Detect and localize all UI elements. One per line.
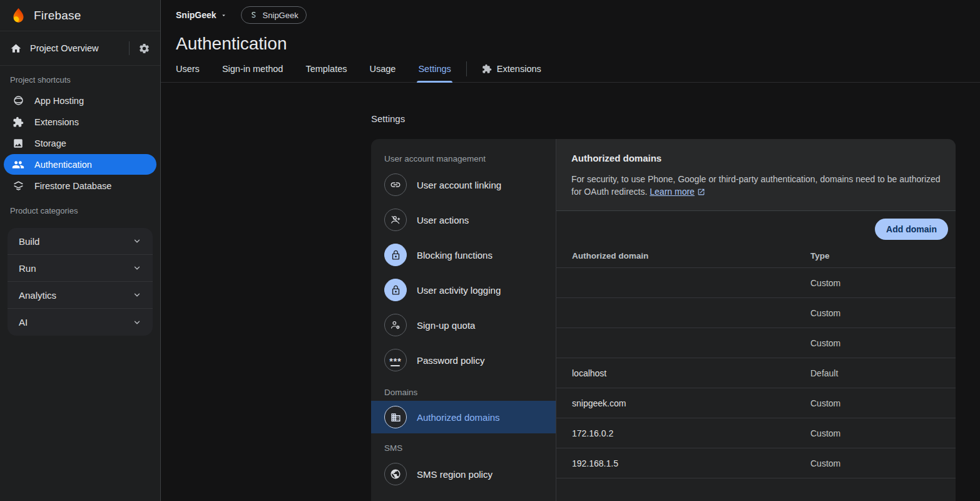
category-ai[interactable]: AI <box>8 309 153 336</box>
divider <box>129 41 130 55</box>
main-content: SnipGeek SnipGeek Authentication Users S… <box>161 0 980 501</box>
home-icon <box>10 43 22 54</box>
category-label: AI <box>19 317 28 328</box>
category-analytics[interactable]: Analytics <box>8 282 153 309</box>
chevron-down-icon <box>133 237 141 245</box>
menu-section-label: SMS <box>371 433 556 457</box>
tab-sign-in-method[interactable]: Sign-in method <box>222 55 283 83</box>
menu-item-label: User account linking <box>417 180 501 190</box>
add-domain-button[interactable]: Add domain <box>875 219 948 240</box>
menu-section-label: User account management <box>371 144 556 167</box>
caret-down-icon[interactable] <box>220 12 227 19</box>
link-icon <box>384 173 407 196</box>
type-cell: Custom <box>810 398 956 408</box>
column-header-type: Type <box>810 251 956 261</box>
sidebar-item-app-hosting[interactable]: App Hosting <box>4 90 156 111</box>
type-cell: Default <box>810 368 956 378</box>
panel-heading: Authorized domains <box>571 153 941 163</box>
tab-settings[interactable]: Settings <box>418 55 451 83</box>
tab-templates[interactable]: Templates <box>305 55 347 83</box>
menu-item-sms-region-policy[interactable]: SMS region policy <box>371 457 556 492</box>
tab-bar: Users Sign-in method Templates Usage Set… <box>161 55 980 83</box>
firebase-brand[interactable]: Firebase <box>0 0 160 31</box>
learn-more-link[interactable]: Learn more <box>650 187 695 197</box>
page-title: Authentication <box>161 30 980 54</box>
sidebar-item-label: App Hosting <box>34 96 84 106</box>
menu-item-label: Blocking functions <box>417 250 493 261</box>
table-row: localhost Default <box>556 358 956 388</box>
lock-icon <box>384 244 407 266</box>
menu-item-label: User activity logging <box>417 285 501 296</box>
sidebar-item-label: Firestore Database <box>34 181 111 191</box>
project-shortcuts-label: Project shortcuts <box>0 66 160 90</box>
sidebar-item-label: Authentication <box>34 160 92 170</box>
gear-icon[interactable] <box>138 43 150 54</box>
category-label: Analytics <box>19 290 56 301</box>
sidebar-item-label: Storage <box>34 138 66 148</box>
type-cell: Custom <box>810 308 956 318</box>
sidebar-item-extensions[interactable]: Extensions <box>4 111 156 132</box>
domain-cell: 172.16.0.2 <box>572 428 810 438</box>
menu-item-sign-up-quota[interactable]: Sign-up quota <box>371 307 556 343</box>
app-badge-label: SnipGeek <box>263 11 299 20</box>
type-cell: Custom <box>810 278 956 288</box>
type-cell: Custom <box>810 428 956 438</box>
category-build[interactable]: Build <box>8 228 153 255</box>
menu-item-user-activity-logging[interactable]: User activity logging <box>371 272 556 307</box>
settings-section-heading: Settings <box>371 113 405 124</box>
sidebar-item-authentication[interactable]: Authentication <box>4 154 156 175</box>
project-switcher[interactable]: SnipGeek <box>176 10 217 20</box>
person-gear-icon <box>384 314 407 336</box>
table-header: Authorized domain Type <box>556 246 956 268</box>
globe-icon <box>384 463 407 485</box>
menu-item-authorized-domains[interactable]: Authorized domains <box>371 401 556 433</box>
table-row: 192.168.1.5 Custom <box>556 448 956 478</box>
type-cell: Custom <box>810 338 956 348</box>
settings-card: User account management User account lin… <box>371 139 956 501</box>
sidebar-item-firestore[interactable]: Firestore Database <box>4 175 156 196</box>
category-label: Build <box>19 236 39 247</box>
authentication-icon <box>11 158 25 171</box>
menu-item-password-policy[interactable]: *** Password policy <box>371 343 556 378</box>
sidebar-item-storage[interactable]: Storage <box>4 133 156 153</box>
column-header-domain: Authorized domain <box>572 251 810 261</box>
table-row: Custom <box>556 268 956 298</box>
domain-cell: snipgeek.com <box>572 398 810 408</box>
menu-item-label: Password policy <box>417 355 484 366</box>
external-link-icon <box>697 188 705 196</box>
project-overview-label: Project Overview <box>30 43 99 53</box>
app-hosting-icon <box>11 95 25 106</box>
password-dots-icon: *** <box>384 349 407 371</box>
tab-extensions-label: Extensions <box>497 64 541 74</box>
type-cell: Custom <box>810 458 956 468</box>
domain-cell: localhost <box>572 368 810 378</box>
project-overview-row[interactable]: Project Overview <box>0 31 160 66</box>
firebase-flame-icon <box>10 7 27 24</box>
product-categories-card: Build Run Analytics AI <box>8 228 153 336</box>
tab-extensions[interactable]: Extensions <box>482 55 541 83</box>
panel-description: For security, to use Phone, Google or th… <box>571 173 941 198</box>
category-run[interactable]: Run <box>8 255 153 282</box>
chevron-down-icon <box>133 318 141 327</box>
table-toolbar: Add domain <box>556 211 956 246</box>
chevron-down-icon <box>133 291 141 299</box>
brand-name: Firebase <box>34 9 81 23</box>
extensions-icon <box>482 64 492 74</box>
authorized-domains-panel: Authorized domains For security, to use … <box>556 139 956 501</box>
menu-item-blocking-functions[interactable]: Blocking functions <box>371 237 556 272</box>
sidebar: Firebase Project Overview Project shortc… <box>0 0 161 501</box>
tab-users[interactable]: Users <box>176 55 200 83</box>
extensions-icon <box>11 116 25 128</box>
menu-item-label: Authorized domains <box>417 412 500 423</box>
app-badge[interactable]: SnipGeek <box>241 6 307 24</box>
menu-item-label: User actions <box>417 215 469 225</box>
menu-item-user-actions[interactable]: User actions <box>371 202 556 237</box>
tab-usage[interactable]: Usage <box>370 55 396 83</box>
topbar: SnipGeek SnipGeek <box>161 0 980 30</box>
table-row: snipgeek.com Custom <box>556 388 956 418</box>
table-row: 172.16.0.2 Custom <box>556 418 956 448</box>
menu-item-user-account-linking[interactable]: User account linking <box>371 167 556 202</box>
domain-cell: 192.168.1.5 <box>572 458 810 468</box>
menu-section-label: Domains <box>371 378 556 401</box>
menu-item-label: Sign-up quota <box>417 320 475 331</box>
